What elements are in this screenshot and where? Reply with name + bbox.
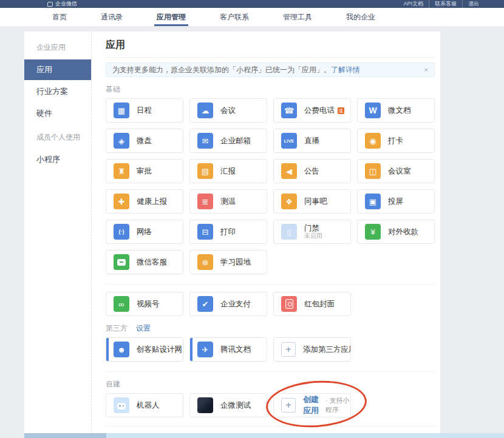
diamonds-icon: ❖	[281, 194, 297, 209]
app-card-wechat-service[interactable]: 微信客服	[106, 250, 183, 274]
test-app-icon	[197, 397, 213, 413]
media-apps-grid: ∞ 视频号 ✔ 企业支付 红包封面	[106, 292, 435, 316]
mail-icon: ✉	[197, 133, 213, 149]
app-card-corp-pay[interactable]: ✔ 企业支付	[189, 292, 267, 316]
app-card-robot[interactable]: 机器人	[106, 393, 183, 417]
app-card-live[interactable]: LIVE 直播	[273, 129, 351, 153]
app-card-wecom-test[interactable]: 企微测试	[189, 393, 267, 417]
app-card-announcement[interactable]: ◀ 公告	[273, 159, 351, 183]
notice-text: 为支持更多能力，原企业关联添加的「小程序」已统一为「应用」。	[112, 65, 331, 75]
section-label-third-party: 第三方	[106, 323, 128, 334]
app-card-report[interactable]: ▤ 汇报	[189, 159, 267, 183]
yen-icon: ¥	[365, 224, 381, 240]
create-app-button[interactable]: + 创建应用 · 支持小程序	[273, 393, 351, 417]
sidebar-item-miniprograms[interactable]: 小程序	[24, 149, 91, 170]
app-card-door-access[interactable]: ▯ 门禁 未启用	[273, 220, 351, 244]
channels-icon: ∞	[114, 296, 129, 312]
disabled-status: 未启用	[304, 232, 322, 240]
wecom-logo: 企业微信	[47, 0, 77, 8]
app-card-screencast[interactable]: ▣ 投屏	[357, 189, 435, 214]
tab-contacts[interactable]: 通讯录	[84, 8, 140, 26]
third-party-settings-link[interactable]: 设置	[136, 323, 151, 334]
plus-icon: +	[281, 342, 296, 357]
app-card-schedule[interactable]: ▦ 日程	[106, 98, 183, 123]
sidebar-item-hardware[interactable]: 硬件	[24, 103, 91, 124]
red-packet-icon	[281, 296, 297, 312]
app-card-channels[interactable]: ∞ 视频号	[106, 292, 183, 316]
screencast-icon: ▣	[365, 194, 381, 209]
gift-badge: 送	[338, 107, 344, 114]
app-card-checkin[interactable]: ◉ 打卡	[357, 129, 435, 153]
app-card-meeting[interactable]: ☁ 会议	[189, 98, 267, 123]
bottom-scroll-strip	[24, 433, 504, 438]
page-title: 应用	[106, 39, 435, 51]
plus-icon: +	[281, 398, 296, 413]
calendar-icon: ▦	[114, 103, 129, 118]
top-bar: 企业微信 API文档 联系客服 退出	[0, 0, 504, 8]
tab-home[interactable]: 首页	[35, 8, 84, 26]
tab-admin-tools[interactable]: 管理工具	[266, 8, 329, 26]
clipboard-plus-icon: ✚	[114, 194, 129, 209]
meeting-cloud-icon: ☁	[197, 103, 213, 118]
tab-app-management[interactable]: 应用管理	[140, 8, 203, 26]
app-card-health-report[interactable]: ✚ 健康上报	[106, 189, 183, 214]
add-third-party-app-button[interactable]: + 添加第三方应用	[273, 337, 351, 362]
create-app-subtitle: · 支持小程序	[325, 396, 350, 414]
logout-link[interactable]: 退出	[462, 0, 485, 8]
robot-icon	[114, 397, 129, 413]
chat-bubble-icon	[114, 254, 129, 270]
app-card-learning[interactable]: ⊛ 学习园地	[189, 250, 267, 274]
app-card-tencent-docs[interactable]: ✈ 腾讯文档	[189, 337, 267, 362]
app-card-mail[interactable]: ✉ 企业邮箱	[189, 129, 267, 153]
app-card-free-call[interactable]: ☎ 公费电话 送	[273, 98, 351, 123]
app-card-red-packet-cover[interactable]: 红包封面	[273, 292, 351, 316]
check-icon: ✔	[197, 296, 213, 312]
app-card-maker-design[interactable]: ☻ 创客贴设计网...	[106, 337, 183, 362]
printer-icon: ⊟	[197, 224, 213, 240]
sidebar-item-apps[interactable]: 应用	[24, 59, 91, 80]
thermometer-icon: ≣	[197, 194, 213, 209]
wecom-logo-text: 企业微信	[55, 0, 77, 8]
app-card-wedoc[interactable]: W 微文档	[357, 98, 435, 123]
megaphone-icon: ◀	[281, 163, 297, 179]
app-card-temperature[interactable]: ≣ 测温	[189, 189, 267, 214]
app-card-meeting-room[interactable]: ◫ 会议室	[357, 159, 435, 183]
sidebar-header-enterprise-apps: 企业应用	[24, 35, 91, 58]
content-panel: 企业应用 应用 行业方案 硬件 成员个人使用 小程序 应用 为支持更多能力，原企…	[24, 32, 440, 438]
sidebar: 企业应用 应用 行业方案 硬件 成员个人使用 小程序	[24, 32, 91, 438]
wifi-router-icon: (·)	[114, 224, 129, 240]
sidebar-header-member-personal: 成员个人使用	[24, 125, 91, 148]
app-card-wedrive[interactable]: ◈ 微盘	[106, 129, 183, 153]
api-docs-link[interactable]: API文档	[398, 0, 429, 8]
app-card-approval[interactable]: ♜ 审批	[106, 159, 183, 183]
self-built-apps-grid: 机器人 企微测试 + 创建应用 · 支持小程序	[106, 393, 435, 417]
live-icon: LIVE	[281, 133, 297, 149]
close-icon[interactable]: ×	[424, 66, 428, 73]
app-card-colleague-bar[interactable]: ❖ 同事吧	[273, 189, 351, 214]
main-nav: 首页 通讯录 应用管理 客户联系 管理工具 我的企业	[0, 8, 504, 27]
contact-support-link[interactable]: 联系客服	[429, 0, 462, 8]
app-card-print[interactable]: ⊟ 打印	[189, 220, 267, 244]
tencent-docs-icon: ✈	[197, 342, 213, 357]
door-icon: ◫	[365, 163, 381, 179]
learn-more-link[interactable]: 了解详情	[331, 65, 360, 75]
tab-my-company[interactable]: 我的企业	[329, 8, 392, 26]
door-access-icon: ▯	[281, 224, 297, 240]
wedoc-w-icon: W	[365, 103, 381, 118]
main-content: 应用 为支持更多能力，原企业关联添加的「小程序」已统一为「应用」。 了解详情 ×…	[91, 32, 445, 438]
app-card-collect-payment[interactable]: ¥ 对外收款	[357, 220, 435, 244]
location-pin-icon: ◉	[365, 133, 381, 149]
drive-icon: ◈	[114, 133, 129, 149]
phone-icon: ☎	[281, 103, 297, 118]
section-label-self-built: 自建	[106, 379, 120, 389]
basic-apps-grid: ▦ 日程 ☁ 会议 ☎ 公费电话 送 W 微文档 ◈ 微盘 ✉ 企业邮箱 LIV…	[106, 98, 435, 274]
sidebar-item-industry-solutions[interactable]: 行业方案	[24, 81, 91, 102]
maker-design-icon: ☻	[114, 342, 129, 357]
third-party-apps-grid: ☻ 创客贴设计网... ✈ 腾讯文档 + 添加第三方应用	[106, 337, 435, 362]
stamp-icon: ♜	[114, 163, 129, 179]
planet-icon: ⊛	[197, 254, 213, 270]
tab-customer[interactable]: 客户联系	[203, 8, 266, 26]
app-card-network[interactable]: (·) 网络	[106, 220, 183, 244]
report-doc-icon: ▤	[197, 163, 213, 179]
notice-banner: 为支持更多能力，原企业关联添加的「小程序」已统一为「应用」。 了解详情 ×	[106, 62, 435, 77]
